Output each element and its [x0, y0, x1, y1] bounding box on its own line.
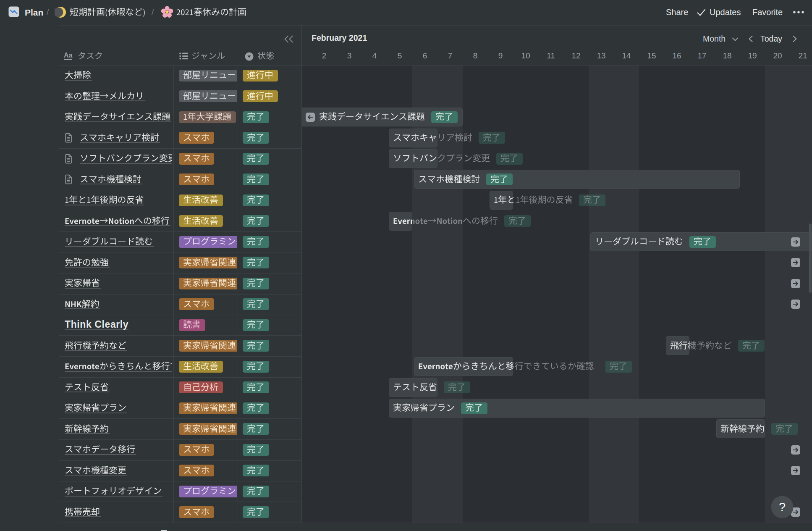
svg-text:?: ?: [779, 500, 786, 514]
